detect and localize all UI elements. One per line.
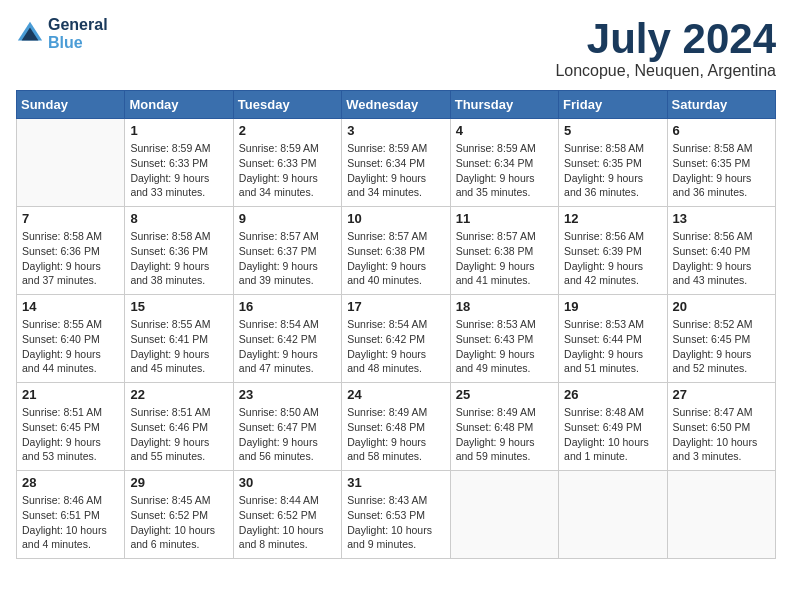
day-info: Sunrise: 8:55 AMSunset: 6:40 PMDaylight:… [22, 317, 119, 376]
calendar-cell: 2Sunrise: 8:59 AMSunset: 6:33 PMDaylight… [233, 119, 341, 207]
day-info: Sunrise: 8:51 AMSunset: 6:45 PMDaylight:… [22, 405, 119, 464]
day-info: Sunrise: 8:54 AMSunset: 6:42 PMDaylight:… [347, 317, 444, 376]
calendar-week-row: 7Sunrise: 8:58 AMSunset: 6:36 PMDaylight… [17, 207, 776, 295]
calendar-cell: 24Sunrise: 8:49 AMSunset: 6:48 PMDayligh… [342, 383, 450, 471]
calendar-cell: 29Sunrise: 8:45 AMSunset: 6:52 PMDayligh… [125, 471, 233, 559]
day-number: 12 [564, 211, 661, 226]
location: Loncopue, Neuquen, Argentina [555, 62, 776, 80]
day-number: 5 [564, 123, 661, 138]
day-info: Sunrise: 8:49 AMSunset: 6:48 PMDaylight:… [347, 405, 444, 464]
day-number: 17 [347, 299, 444, 314]
calendar-week-row: 1Sunrise: 8:59 AMSunset: 6:33 PMDaylight… [17, 119, 776, 207]
logo-icon [16, 20, 44, 48]
calendar-cell: 19Sunrise: 8:53 AMSunset: 6:44 PMDayligh… [559, 295, 667, 383]
calendar-cell [667, 471, 775, 559]
calendar-cell: 22Sunrise: 8:51 AMSunset: 6:46 PMDayligh… [125, 383, 233, 471]
day-number: 25 [456, 387, 553, 402]
month-title: July 2024 [555, 16, 776, 62]
calendar-cell: 30Sunrise: 8:44 AMSunset: 6:52 PMDayligh… [233, 471, 341, 559]
day-info: Sunrise: 8:58 AMSunset: 6:36 PMDaylight:… [130, 229, 227, 288]
day-number: 24 [347, 387, 444, 402]
weekday-header: Saturday [667, 91, 775, 119]
day-number: 3 [347, 123, 444, 138]
calendar-cell [559, 471, 667, 559]
calendar-week-row: 28Sunrise: 8:46 AMSunset: 6:51 PMDayligh… [17, 471, 776, 559]
calendar-cell: 11Sunrise: 8:57 AMSunset: 6:38 PMDayligh… [450, 207, 558, 295]
logo: General Blue [16, 16, 108, 52]
day-number: 8 [130, 211, 227, 226]
day-number: 23 [239, 387, 336, 402]
day-number: 28 [22, 475, 119, 490]
calendar-cell: 14Sunrise: 8:55 AMSunset: 6:40 PMDayligh… [17, 295, 125, 383]
day-number: 11 [456, 211, 553, 226]
day-number: 30 [239, 475, 336, 490]
day-number: 4 [456, 123, 553, 138]
day-info: Sunrise: 8:52 AMSunset: 6:45 PMDaylight:… [673, 317, 770, 376]
day-number: 26 [564, 387, 661, 402]
weekday-header: Monday [125, 91, 233, 119]
day-number: 10 [347, 211, 444, 226]
calendar-table: SundayMondayTuesdayWednesdayThursdayFrid… [16, 90, 776, 559]
day-info: Sunrise: 8:53 AMSunset: 6:43 PMDaylight:… [456, 317, 553, 376]
day-number: 18 [456, 299, 553, 314]
calendar-cell: 27Sunrise: 8:47 AMSunset: 6:50 PMDayligh… [667, 383, 775, 471]
day-info: Sunrise: 8:43 AMSunset: 6:53 PMDaylight:… [347, 493, 444, 552]
calendar-cell: 5Sunrise: 8:58 AMSunset: 6:35 PMDaylight… [559, 119, 667, 207]
day-info: Sunrise: 8:56 AMSunset: 6:40 PMDaylight:… [673, 229, 770, 288]
day-info: Sunrise: 8:59 AMSunset: 6:33 PMDaylight:… [130, 141, 227, 200]
weekday-header: Tuesday [233, 91, 341, 119]
day-info: Sunrise: 8:59 AMSunset: 6:33 PMDaylight:… [239, 141, 336, 200]
calendar-cell: 26Sunrise: 8:48 AMSunset: 6:49 PMDayligh… [559, 383, 667, 471]
day-info: Sunrise: 8:58 AMSunset: 6:35 PMDaylight:… [564, 141, 661, 200]
calendar-cell: 7Sunrise: 8:58 AMSunset: 6:36 PMDaylight… [17, 207, 125, 295]
day-info: Sunrise: 8:51 AMSunset: 6:46 PMDaylight:… [130, 405, 227, 464]
day-number: 13 [673, 211, 770, 226]
calendar-cell: 21Sunrise: 8:51 AMSunset: 6:45 PMDayligh… [17, 383, 125, 471]
day-info: Sunrise: 8:47 AMSunset: 6:50 PMDaylight:… [673, 405, 770, 464]
day-info: Sunrise: 8:59 AMSunset: 6:34 PMDaylight:… [456, 141, 553, 200]
calendar-cell: 31Sunrise: 8:43 AMSunset: 6:53 PMDayligh… [342, 471, 450, 559]
day-info: Sunrise: 8:45 AMSunset: 6:52 PMDaylight:… [130, 493, 227, 552]
day-number: 31 [347, 475, 444, 490]
calendar-cell: 10Sunrise: 8:57 AMSunset: 6:38 PMDayligh… [342, 207, 450, 295]
day-number: 27 [673, 387, 770, 402]
day-info: Sunrise: 8:53 AMSunset: 6:44 PMDaylight:… [564, 317, 661, 376]
day-number: 19 [564, 299, 661, 314]
calendar-cell [450, 471, 558, 559]
calendar-cell: 20Sunrise: 8:52 AMSunset: 6:45 PMDayligh… [667, 295, 775, 383]
calendar-week-row: 14Sunrise: 8:55 AMSunset: 6:40 PMDayligh… [17, 295, 776, 383]
day-info: Sunrise: 8:48 AMSunset: 6:49 PMDaylight:… [564, 405, 661, 464]
day-number: 16 [239, 299, 336, 314]
day-number: 14 [22, 299, 119, 314]
weekday-header-row: SundayMondayTuesdayWednesdayThursdayFrid… [17, 91, 776, 119]
calendar-cell: 3Sunrise: 8:59 AMSunset: 6:34 PMDaylight… [342, 119, 450, 207]
calendar-cell: 16Sunrise: 8:54 AMSunset: 6:42 PMDayligh… [233, 295, 341, 383]
calendar-cell: 23Sunrise: 8:50 AMSunset: 6:47 PMDayligh… [233, 383, 341, 471]
day-info: Sunrise: 8:49 AMSunset: 6:48 PMDaylight:… [456, 405, 553, 464]
day-info: Sunrise: 8:55 AMSunset: 6:41 PMDaylight:… [130, 317, 227, 376]
calendar-week-row: 21Sunrise: 8:51 AMSunset: 6:45 PMDayligh… [17, 383, 776, 471]
calendar-cell: 13Sunrise: 8:56 AMSunset: 6:40 PMDayligh… [667, 207, 775, 295]
day-number: 6 [673, 123, 770, 138]
day-info: Sunrise: 8:57 AMSunset: 6:38 PMDaylight:… [347, 229, 444, 288]
day-number: 20 [673, 299, 770, 314]
title-block: July 2024 Loncopue, Neuquen, Argentina [555, 16, 776, 80]
calendar-cell: 1Sunrise: 8:59 AMSunset: 6:33 PMDaylight… [125, 119, 233, 207]
calendar-cell: 17Sunrise: 8:54 AMSunset: 6:42 PMDayligh… [342, 295, 450, 383]
day-number: 7 [22, 211, 119, 226]
day-number: 15 [130, 299, 227, 314]
day-info: Sunrise: 8:56 AMSunset: 6:39 PMDaylight:… [564, 229, 661, 288]
weekday-header: Sunday [17, 91, 125, 119]
calendar-cell: 15Sunrise: 8:55 AMSunset: 6:41 PMDayligh… [125, 295, 233, 383]
calendar-cell: 28Sunrise: 8:46 AMSunset: 6:51 PMDayligh… [17, 471, 125, 559]
calendar-cell: 8Sunrise: 8:58 AMSunset: 6:36 PMDaylight… [125, 207, 233, 295]
day-info: Sunrise: 8:54 AMSunset: 6:42 PMDaylight:… [239, 317, 336, 376]
day-number: 29 [130, 475, 227, 490]
day-info: Sunrise: 8:59 AMSunset: 6:34 PMDaylight:… [347, 141, 444, 200]
day-number: 9 [239, 211, 336, 226]
calendar-cell: 12Sunrise: 8:56 AMSunset: 6:39 PMDayligh… [559, 207, 667, 295]
weekday-header: Thursday [450, 91, 558, 119]
logo-text-line1: General [48, 16, 108, 34]
calendar-cell: 6Sunrise: 8:58 AMSunset: 6:35 PMDaylight… [667, 119, 775, 207]
day-number: 21 [22, 387, 119, 402]
